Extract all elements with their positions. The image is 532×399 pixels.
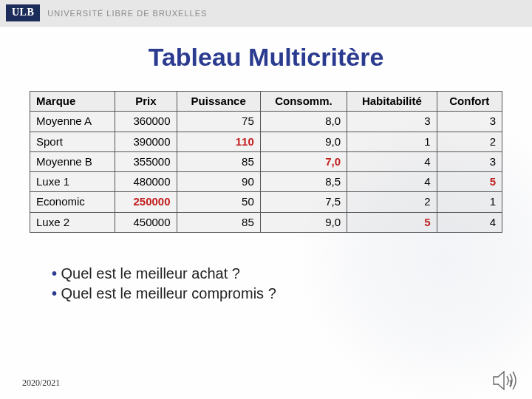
cell-value: 355000	[115, 151, 177, 171]
cell-value: 9,0	[260, 132, 347, 151]
col-habitabilite: Habitabilité	[347, 92, 437, 112]
table-row: Sport3900001109,012	[30, 132, 502, 151]
cell-value: 9,0	[260, 212, 347, 232]
cell-marque: Moyenne B	[30, 151, 115, 171]
cell-value: 480000	[115, 172, 177, 192]
university-name: UNIVERSITÉ LIBRE DE BRUXELLES	[47, 9, 207, 18]
cell-marque: Moyenne A	[30, 112, 115, 132]
criteria-table: Marque Prix Puissance Consomm. Habitabil…	[30, 91, 502, 233]
cell-value: 85	[177, 151, 260, 171]
col-prix: Prix	[115, 92, 177, 112]
cell-marque: Sport	[30, 132, 115, 151]
cell-value: 110	[177, 132, 260, 151]
cell-value: 3	[437, 151, 502, 171]
cell-value: 4	[437, 212, 502, 232]
cell-value: 390000	[115, 132, 177, 151]
cell-marque: Economic	[30, 192, 115, 212]
criteria-table-container: Marque Prix Puissance Consomm. Habitabil…	[30, 91, 502, 233]
cell-value: 1	[347, 132, 437, 151]
cell-value: 3	[347, 112, 437, 132]
cell-value: 450000	[115, 212, 177, 232]
cell-value: 4	[347, 151, 437, 171]
cell-value: 250000	[115, 192, 177, 212]
header-bar: ULB UNIVERSITÉ LIBRE DE BRUXELLES	[0, 0, 532, 27]
cell-value: 3	[437, 112, 502, 132]
table-header-row: Marque Prix Puissance Consomm. Habitabil…	[30, 92, 502, 112]
cell-value: 75	[177, 112, 260, 132]
cell-marque: Luxe 2	[30, 212, 115, 232]
bullet-item: Quel est le meilleur compromis ?	[52, 285, 480, 302]
table-row: Economic250000507,521	[30, 192, 502, 212]
speaker-icon	[492, 369, 517, 392]
cell-value: 2	[347, 192, 437, 212]
cell-value: 1	[437, 192, 502, 212]
cell-marque: Luxe 1	[30, 172, 115, 192]
cell-value: 5	[437, 172, 502, 192]
table-row: Moyenne A360000758,033	[30, 112, 502, 132]
cell-value: 5	[347, 212, 437, 232]
svg-marker-0	[494, 372, 504, 389]
cell-value: 7,0	[260, 151, 347, 171]
table-row: Moyenne B355000857,043	[30, 151, 502, 171]
col-marque: Marque	[30, 92, 115, 112]
bullet-list: Quel est le meilleur achat ? Quel est le…	[52, 265, 480, 302]
cell-value: 90	[177, 172, 260, 192]
cell-value: 4	[347, 172, 437, 192]
ulb-logo: ULB	[6, 4, 40, 21]
cell-value: 7,5	[260, 192, 347, 212]
cell-value: 2	[437, 132, 502, 151]
col-consomm: Consomm.	[260, 92, 347, 112]
bullet-item: Quel est le meilleur achat ?	[52, 265, 480, 282]
col-confort: Confort	[437, 92, 502, 112]
table-row: Luxe 2450000859,054	[30, 212, 502, 232]
slide-title: Tableau Multicritère	[0, 43, 532, 72]
cell-value: 360000	[115, 112, 177, 132]
col-puissance: Puissance	[177, 92, 260, 112]
table-row: Luxe 1480000908,545	[30, 172, 502, 192]
cell-value: 8,0	[260, 112, 347, 132]
cell-value: 8,5	[260, 172, 347, 192]
footer-year: 2020/2021	[22, 378, 60, 389]
cell-value: 85	[177, 212, 260, 232]
cell-value: 50	[177, 192, 260, 212]
